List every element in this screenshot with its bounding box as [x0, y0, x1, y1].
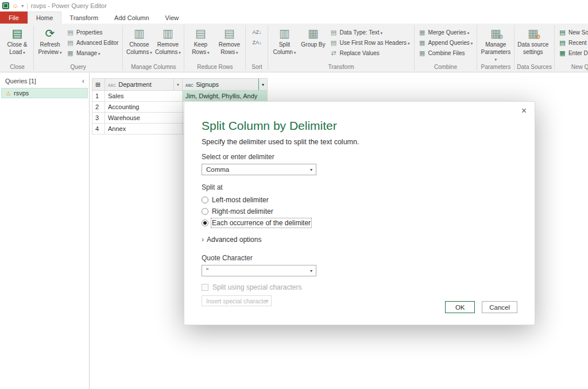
radio-left-most-delimiter[interactable]: Left-most delimiter	[202, 195, 517, 205]
tab-view[interactable]: View	[157, 11, 187, 24]
append-queries-button[interactable]: ▦ Append Queries	[417, 38, 475, 47]
cell-department[interactable]: Warehouse	[105, 113, 183, 124]
choose-columns-button[interactable]: ▥ Choose Columns	[125, 25, 153, 63]
remove-rows-button[interactable]: ▤ Remove Rows	[215, 25, 243, 63]
manage-parameters-label: Manage Parameters	[479, 41, 512, 63]
radio-unchecked-icon	[202, 197, 208, 203]
filter-button[interactable]: ▾	[258, 79, 267, 90]
sort-za-icon: ZA↓	[250, 38, 264, 47]
column-name-department: Department	[118, 81, 171, 88]
remove-columns-button[interactable]: ▥ Remove Columns	[154, 25, 181, 63]
query-item-rsvps[interactable]: ⚠ rsvps	[1, 88, 88, 98]
row-number[interactable]: 3	[92, 113, 105, 124]
column-header-signups[interactable]: ABC Signups ▾	[183, 79, 268, 91]
radio-right-most-delimiter[interactable]: Right-most delimiter	[202, 207, 517, 216]
close-and-load-icon: ▤	[12, 27, 23, 40]
warning-icon: ⚠	[6, 90, 11, 97]
refresh-preview-button[interactable]: ⟳ Refresh Preview	[36, 25, 64, 63]
close-and-load-button[interactable]: ▤ Close & Load	[3, 25, 31, 63]
ribbon-group-parameters: ▦⚙ Manage Parameters Parameters	[477, 24, 514, 72]
chevron-down-icon: ▾	[310, 268, 312, 274]
split-column-button[interactable]: ▥ Split Column	[270, 25, 298, 63]
tab-file[interactable]: File	[0, 11, 28, 24]
quick-access-dropdown-icon[interactable]: ▾	[21, 3, 24, 9]
delimiter-select[interactable]: Comma ▾	[202, 164, 316, 175]
cell-department[interactable]: Annex	[105, 124, 183, 134]
remove-columns-icon: ▥	[163, 27, 173, 40]
tab-home[interactable]: Home	[28, 11, 61, 24]
cell-department[interactable]: Accounting	[105, 102, 183, 113]
ok-button[interactable]: OK	[445, 301, 475, 313]
chevron-down-icon: ▾	[262, 82, 264, 87]
quote-character-value: "	[206, 267, 208, 274]
cancel-button[interactable]: Cancel	[482, 301, 517, 313]
sort-az-icon: AZ↓	[250, 28, 264, 37]
chevron-down-icon: ▾	[310, 167, 312, 172]
refresh-preview-icon: ⟳	[45, 27, 55, 40]
radio-each-occurrence[interactable]: Each occurrence of the delimiter	[202, 218, 517, 228]
chevron-right-icon: ›	[202, 236, 204, 244]
enter-data-button[interactable]: ▦ Enter Data	[557, 48, 588, 57]
new-source-button[interactable]: ▤ New Source	[557, 28, 588, 37]
cell-signups-selected[interactable]: Jim, Dwight, Phyllis, Andy	[183, 91, 268, 102]
group-by-icon: ▦	[308, 27, 319, 40]
row-number[interactable]: 1	[92, 91, 105, 102]
advanced-editor-button[interactable]: ▤ Advanced Editor	[65, 38, 120, 47]
quote-character-label: Quote Character	[202, 254, 517, 262]
replace-values-button[interactable]: ⇄ Replace Values	[328, 48, 411, 57]
cell-department[interactable]: Sales	[105, 91, 183, 102]
properties-label: Properties	[76, 29, 103, 36]
tab-add-column[interactable]: Add Column	[106, 11, 157, 24]
keep-rows-label: Keep Rows	[187, 41, 214, 56]
ribbon: ▤ Close & Load Close ⟳ Refresh Preview ▤…	[0, 24, 588, 72]
close-and-load-label: Close & Load	[3, 41, 31, 56]
window-title: rsvps - Power Query Editor	[31, 2, 107, 9]
collapse-pane-button[interactable]: ‹	[82, 77, 84, 84]
split-special-characters-checkbox[interactable]: Split using special characters	[202, 283, 517, 291]
group-label-data-sources: Data Sources	[514, 63, 554, 72]
append-queries-icon: ▦	[419, 39, 426, 47]
insert-special-character-value: Insert special character	[206, 298, 269, 305]
row-number[interactable]: 2	[92, 102, 105, 113]
manage-parameters-button[interactable]: ▦⚙ Manage Parameters	[479, 25, 512, 63]
radio-label: Left-most delimiter	[212, 196, 269, 204]
replace-values-label: Replace Values	[339, 50, 379, 56]
sort-descending-button[interactable]: ZA↓	[248, 38, 265, 47]
select-all-corner[interactable]: ⊞	[92, 79, 105, 91]
sort-ascending-button[interactable]: AZ↓	[248, 28, 265, 37]
manage-button[interactable]: ▦ Manage	[65, 48, 120, 57]
filter-button[interactable]: ▾	[173, 79, 182, 90]
quote-character-select[interactable]: " ▾	[202, 265, 316, 276]
group-label-reduce-rows: Reduce Rows	[184, 63, 245, 72]
dialog-close-button[interactable]: ×	[521, 106, 527, 115]
group-by-button[interactable]: ▦ Group By	[299, 25, 327, 63]
replace-values-icon: ⇄	[330, 49, 337, 57]
data-source-settings-label: Data source settings	[517, 41, 549, 56]
properties-button[interactable]: ▤ Properties	[65, 28, 120, 37]
gear-icon: ⚙	[498, 34, 504, 40]
combine-files-button[interactable]: ▦ Combine Files	[417, 48, 475, 57]
table-corner-icon: ⊞	[95, 81, 100, 88]
enter-data-label: Enter Data	[568, 50, 588, 56]
manage-icon: ▦	[67, 49, 74, 57]
recent-sources-button[interactable]: ▤ Recent Sources	[557, 38, 588, 47]
data-source-settings-button[interactable]: ▦⚙ Data source settings	[517, 25, 549, 63]
merge-queries-button[interactable]: ▦ Merge Queries	[417, 28, 475, 37]
data-type-button[interactable]: ▤ Data Type: Text	[328, 28, 411, 37]
ribbon-group-query: ⟳ Refresh Preview ▤ Properties ▤ Advance…	[34, 24, 122, 72]
combine-files-icon: ▦	[419, 49, 426, 57]
tab-transform[interactable]: Transform	[61, 11, 106, 24]
row-number[interactable]: 4	[92, 124, 105, 134]
smiley-feedback-icon[interactable]: ☺	[12, 3, 18, 9]
keep-rows-button[interactable]: ▤ Keep Rows	[187, 25, 214, 63]
table-row: 1 Sales Jim, Dwight, Phyllis, Andy	[92, 91, 268, 102]
manage-parameters-icon: ▦⚙	[490, 27, 501, 40]
use-first-row-button[interactable]: ▤ Use First Row as Headers	[328, 38, 411, 47]
text-type-icon: ABC	[185, 82, 194, 87]
column-header-department[interactable]: ABC Department ▾	[105, 79, 183, 91]
close-icon: ×	[521, 106, 527, 115]
new-source-label: New Source	[568, 29, 588, 36]
data-type-label: Data Type: Text	[339, 29, 382, 36]
refresh-preview-label: Refresh Preview	[36, 41, 64, 56]
advanced-options-expander[interactable]: › Advanced options	[202, 236, 517, 244]
